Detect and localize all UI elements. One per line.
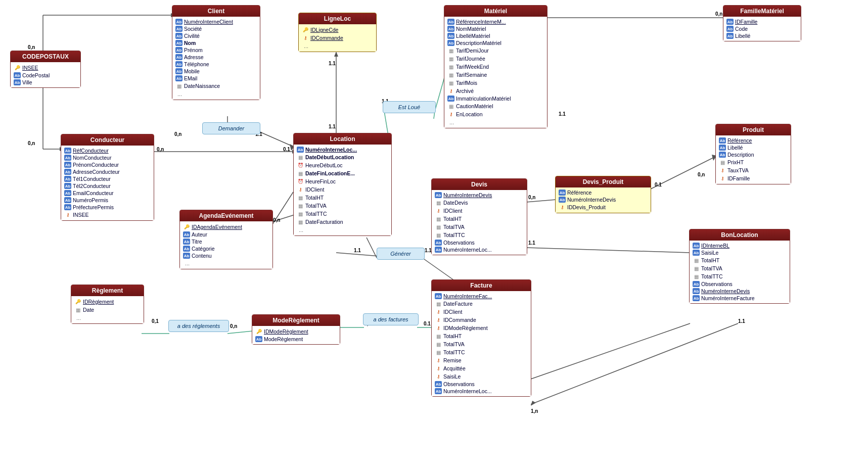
field-name-saisile-bon: SaisiLe xyxy=(701,250,718,256)
relation-adesfactures: a des factures xyxy=(363,313,419,325)
field-saisile-bon: Ab SaisiLe xyxy=(692,249,788,256)
field-totalttc-fact: ▦ TotalTTC xyxy=(434,348,529,356)
field-name-adresse: Adresse xyxy=(184,54,204,60)
icon-remise-fact: ⚷ xyxy=(435,357,442,364)
field-adresse: Ab Adresse xyxy=(174,54,258,61)
icon-totalht-devis: ▦ xyxy=(435,215,442,222)
field-datefact-loc: ▦ DateFacturation xyxy=(296,218,389,226)
entity-client-body: Ab NuméroInterneClient Ab Société Ab Civ… xyxy=(172,17,260,100)
icon-adresse: Ab xyxy=(175,54,182,60)
field-tarifsemaine: ▦ TarifSemaine xyxy=(446,71,545,79)
field-idmodereg: 🔑 IDModeRèglement xyxy=(254,327,338,336)
icon-emailconducteur: Ab xyxy=(64,190,71,196)
field-name-insee-cond: INSEE xyxy=(73,212,89,218)
field-insee: 🔑 INSEE xyxy=(13,64,78,72)
card-codepostaux-cond: 0,n xyxy=(28,140,35,146)
icon-mobile: Ab xyxy=(175,68,182,74)
icon-idcommande-fact: ⚷ xyxy=(435,316,442,323)
field-totaltva-devis: ▦ TotalTVA xyxy=(434,223,525,231)
icon-totaltva-loc: ▦ xyxy=(297,202,304,209)
icon-heuredebut: ⏰ xyxy=(297,162,304,169)
field-totaltva-bon: ▦ TotalTVA xyxy=(692,264,788,272)
icon-totalttc-devis: ▦ xyxy=(435,231,442,239)
agenda-dots: ... xyxy=(182,259,270,267)
field-name-numerointernefacture: NuméroInterneFacture xyxy=(701,295,755,301)
field-name-desc-produit: Description xyxy=(727,152,754,158)
field-name-insee: INSEE xyxy=(22,65,38,71)
entity-conducteur-header: Conducteur xyxy=(61,134,154,146)
field-name-observations-devis: Observations xyxy=(443,240,475,246)
field-name-idclient-devis: IDClient xyxy=(443,208,462,214)
icon-libellemateriel: Ab xyxy=(447,33,454,39)
field-heuredebut: ⏰ HeureDébutLoc xyxy=(296,161,389,169)
field-name-idlignecde: IDLigneCde xyxy=(310,27,338,33)
field-name-totalttc-devis: TotalTTC xyxy=(443,232,465,238)
card-fact-1n: 1,n xyxy=(531,408,538,414)
card-facture-01: 0.1 xyxy=(424,321,431,326)
field-prenomconducteur: Ab PrénomConducteur xyxy=(63,161,152,168)
icon-ab-codepostal: Ab xyxy=(14,72,21,78)
card-devis-prod: 0,n xyxy=(528,195,535,200)
field-telephone: Ab Téléphone xyxy=(174,61,258,68)
svg-line-42 xyxy=(531,323,690,379)
field-name-idfamille-produit: IDFamille xyxy=(727,175,750,181)
field-remise-fact: ⚷ Remise xyxy=(434,356,529,364)
icon-datenaissance: ▦ xyxy=(175,82,182,89)
field-idcommande-fact: ⚷ IDCommande xyxy=(434,316,529,324)
field-name-numerointerndevis-bon: NuméroInterneDevis xyxy=(701,288,750,294)
field-name-titre: Titre xyxy=(192,239,202,245)
field-civilite: Ab Civilité xyxy=(174,32,258,39)
icon-enlocation: ⚷ xyxy=(447,111,454,118)
field-name-tel1conducteur: Tél1Conducteur xyxy=(73,176,111,182)
field-name-datedebut: DateDébutLocation xyxy=(305,154,354,160)
field-name-tel2conducteur: Tél2Conducteur xyxy=(73,183,111,189)
field-tauxtva-produit: ⚷ TauxTVA xyxy=(718,166,789,174)
field-idmodereg-fact: ⚷ IDModeRèglement xyxy=(434,324,529,332)
icon-tarifweekend: ▦ xyxy=(447,63,454,70)
field-name-tarifmois: TarifMois xyxy=(456,80,477,86)
field-name-idmodereg: IDModeRèglement xyxy=(264,328,308,335)
icon-prixht-produit: ▦ xyxy=(719,159,726,166)
field-totalttc-bon: ▦ TotalTTC xyxy=(692,272,788,280)
entity-ligneloc-body: 🔑 IDLigneCde ⚷ IDCommande ... xyxy=(299,24,376,52)
icon-prefecturepermis: Ab xyxy=(64,204,71,210)
client-dots: ... xyxy=(174,90,258,98)
card-generer-1: 1.1 xyxy=(425,248,432,253)
field-numerointerndevis-prod: Ab NuméroInterneDevis xyxy=(558,196,649,203)
field-name-nom: Nom xyxy=(184,40,196,46)
field-categorie: Ab Catégorie xyxy=(182,245,270,252)
card-loc-ligne: 1.1 xyxy=(329,124,336,129)
icon-archive: ⚷ xyxy=(447,87,454,95)
field-name-prenomconducteur: PrénomConducteur xyxy=(73,162,119,168)
field-name-ville: Ville xyxy=(22,79,32,85)
field-name-datedevis: DateDevis xyxy=(443,200,468,206)
entity-client-header: Client xyxy=(172,6,260,17)
icon-totalttc-bon: ▦ xyxy=(693,273,700,280)
icon-categorie: Ab xyxy=(183,246,190,252)
field-name-tarifsemaine: TarifSemaine xyxy=(456,72,487,78)
field-idreglement: 🔑 IDRèglement xyxy=(73,298,142,306)
field-name-libelle-produit: Libellé xyxy=(727,145,743,151)
card-agenda-loc: 0,n xyxy=(273,217,280,223)
field-tarifjour: ▦ TarifJournée xyxy=(446,55,545,63)
entity-modereglement-body: 🔑 IDModeRèglement Ab ModeRèglement xyxy=(252,326,340,344)
field-observations-fact: Ab Observations xyxy=(434,381,529,388)
field-saisile-fact: ⚷ SaisiLe xyxy=(434,372,529,381)
field-refinterne: Ab RéférenceInterneM... xyxy=(446,18,545,25)
icon-idinternebl: Ab xyxy=(693,243,700,249)
card-prod-ref: 0,n xyxy=(698,172,705,177)
field-name-datefin: DateFinLocationE... xyxy=(305,170,355,176)
field-heurefin: ⏰ HeureFinLoc xyxy=(296,177,389,185)
field-name-numerointernfac: NuméroInterneFac... xyxy=(443,293,492,299)
field-name-tauxtva-produit: TauxTVA xyxy=(727,167,749,173)
entity-ligneloc: LigneLoc 🔑 IDLigneCde ⚷ IDCommande ... xyxy=(298,13,377,52)
icon-acquittee-fact: ⚷ xyxy=(435,365,442,372)
icon-numerointerneloc-fact: Ab xyxy=(435,388,442,394)
location-dots: ... xyxy=(296,226,389,234)
icon-email: Ab xyxy=(175,75,182,81)
icon-tarifmois: ▦ xyxy=(447,79,454,86)
field-numerointerneloc-devis: Ab NuméroInterneLoc... xyxy=(434,246,525,253)
field-adresseconducteur: Ab AdresseConducteur xyxy=(63,168,152,175)
icon-prenom: Ab xyxy=(175,47,182,53)
field-observations-bon: Ab Observations xyxy=(692,280,788,288)
